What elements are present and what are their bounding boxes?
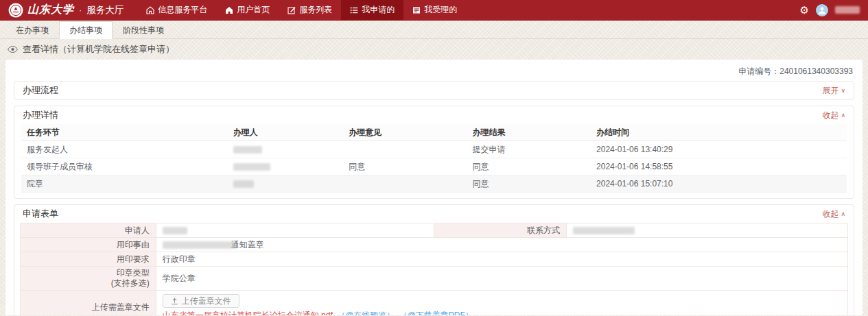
eye-icon: [8, 46, 18, 53]
nav-item-service-list[interactable]: 服务列表: [279, 0, 341, 21]
tab-staged[interactable]: 阶段性事项: [113, 21, 174, 39]
table-row: 领导班子成员审核 同意 同意 2024-01-06 14:58:55: [21, 158, 847, 175]
table-row: 服务发起人 提交申请 2024-01-06 13:40:29: [21, 141, 847, 158]
collapse-toggle[interactable]: 收起 ∧: [822, 208, 845, 219]
redacted-applicant-name: [163, 227, 187, 234]
upload-icon: [171, 297, 178, 305]
uploaded-file-line: 山东省第一届高校计算机院长论坛会议通知.pdf （@在线预览） （@下载盖章PD…: [163, 311, 841, 315]
seal-type-label-line2: (支持多选): [27, 278, 150, 289]
user-avatar[interactable]: [816, 4, 828, 16]
upload-file-value: 上传盖章文件 山东省第一届高校计算机院长论坛会议通知.pdf （@在线预览） （…: [156, 291, 847, 316]
cell-result: 同意: [467, 158, 591, 175]
nav-item-user-home[interactable]: 用户首页: [216, 0, 279, 21]
settings-gear-icon[interactable]: ⚙: [800, 5, 809, 15]
col-handler: 办理人: [228, 124, 343, 141]
redacted-reason-text: [163, 241, 237, 249]
page-title: 查看详情（计算机学院在线签章申请）: [23, 43, 174, 56]
collapse-toggle[interactable]: 收起 ∧: [822, 110, 845, 121]
upload-seal-file-button[interactable]: 上传盖章文件: [163, 294, 239, 308]
upload-button-label: 上传盖章文件: [182, 297, 231, 305]
cell-opinion: [343, 141, 467, 158]
seal-requirement-value: 行政印章: [156, 252, 847, 267]
status-tabbar: 在办事项 办结事项 阶段性事项: [0, 21, 868, 39]
nav-item-info-platform[interactable]: 信息服务平台: [137, 0, 216, 21]
seal-requirement-label: 用印要求: [21, 252, 156, 267]
nav-item-my-applications[interactable]: 我申请的: [341, 0, 403, 21]
seal-reason-label: 用印事由: [21, 238, 156, 252]
contact-value: [566, 223, 847, 238]
toggle-label: 收起: [822, 208, 838, 219]
nav-label: 我申请的: [362, 4, 395, 16]
cell-opinion: [343, 175, 467, 193]
seal-type-value: 学院公章: [156, 267, 847, 291]
tab-completed[interactable]: 办结事项: [59, 21, 113, 39]
online-preview-link[interactable]: （@在线预览）: [337, 311, 395, 315]
house-icon: [225, 6, 233, 14]
university-logo[interactable]: 山东大学 · 服务大厅: [8, 3, 124, 18]
application-number: 申请编号：2401061340303393: [14, 62, 854, 81]
cell-finish-time: 2024-01-06 13:40:29: [591, 141, 847, 158]
topbar-right-group: ⚙: [800, 4, 860, 16]
cell-finish-time: 2024-01-06 15:07:10: [591, 175, 847, 193]
home-icon: [146, 6, 154, 14]
form-row-seal-type: 印章类型 (支持多选) 学院公章: [21, 267, 848, 291]
expand-toggle[interactable]: 展开 ∨: [822, 85, 845, 96]
cell-task-step: 服务发起人: [21, 141, 228, 158]
redacted-handler-name: [233, 180, 254, 188]
form-row-applicant: 申请人 联系方式: [21, 223, 848, 238]
form-row-upload-file: 上传需盖章文件 上传盖章文件 山东省第一届高校计算机院长论坛会议通知.pdf （…: [21, 291, 848, 316]
applicant-value: [156, 223, 434, 238]
section-title: 办理详情: [23, 110, 58, 121]
detail-card: 申请编号：2401061340303393 办理流程 展开 ∨ 办理详情 收起 …: [5, 60, 863, 315]
form-row-seal-requirement: 用印要求 行政印章: [21, 252, 848, 267]
portal-name: 服务大厅: [86, 4, 124, 16]
table-row: 院章 同意 2024-01-06 15:07:10: [21, 175, 847, 193]
section-process-header: 办理流程 展开 ∨: [14, 82, 854, 99]
download-sealed-pdf-link[interactable]: （@下载盖章PDF）: [399, 311, 473, 315]
page-title-row: 查看详情（计算机学院在线签章申请）: [0, 39, 868, 60]
contact-label: 联系方式: [434, 223, 566, 238]
chevron-up-icon: ∧: [841, 112, 845, 119]
redacted-handler-name: [233, 146, 262, 154]
application-number-value: 2401061340303393: [779, 66, 853, 76]
seal-reason-value: 通知盖章: [156, 238, 847, 252]
cell-task-step: 院章: [21, 175, 228, 193]
uploaded-file-link[interactable]: 山东省第一届高校计算机院长论坛会议通知.pdf: [163, 311, 333, 315]
col-opinion: 办理意见: [343, 124, 467, 141]
process-detail-table: 任务环节 办理人 办理意见 办理结果 办结时间 服务发起人 提交申请 2024-…: [21, 124, 847, 193]
seal-type-label-line1: 印章类型: [27, 268, 150, 278]
top-navbar: 山东大学 · 服务大厅 信息服务平台 用户首页 服务列表: [0, 0, 868, 21]
section-process: 办理流程 展开 ∨: [14, 81, 854, 100]
cell-result: 提交申请: [467, 141, 591, 158]
cell-handler: [228, 141, 343, 158]
application-number-label: 申请编号：: [738, 66, 779, 76]
toggle-label: 收起: [822, 110, 838, 121]
cell-result: 同意: [467, 175, 591, 193]
list-alt-icon: [412, 6, 421, 14]
nav-label: 我受理的: [424, 4, 457, 16]
form-row-seal-reason: 用印事由 通知盖章: [21, 238, 848, 252]
section-application-form: 申请表单 收起 ∧ 申请人 联系方式 用印事由 通知盖章: [14, 204, 854, 315]
seal-type-label: 印章类型 (支持多选): [21, 267, 156, 291]
section-title: 办理流程: [23, 85, 58, 96]
applicant-label: 申请人: [21, 223, 156, 238]
section-detail-header: 办理详情 收起 ∧: [14, 106, 854, 124]
cell-handler: [228, 175, 343, 193]
nav-label: 信息服务平台: [158, 4, 207, 16]
section-title: 申请表单: [23, 208, 58, 219]
list-icon: [350, 6, 358, 14]
logo-separator: ·: [79, 5, 82, 15]
nav-item-my-handled[interactable]: 我受理的: [403, 0, 466, 21]
university-seal-icon: [8, 3, 23, 18]
col-finish-time: 办结时间: [591, 124, 847, 141]
chevron-up-icon: ∧: [841, 211, 845, 217]
col-result: 办理结果: [467, 124, 591, 141]
university-name: 山东大学: [27, 3, 74, 17]
chevron-down-icon: ∨: [841, 88, 845, 94]
nav-label: 用户首页: [237, 4, 270, 16]
tab-in-progress[interactable]: 在办事项: [5, 21, 59, 39]
section-form-header: 申请表单 收起 ∧: [14, 205, 854, 223]
nav-label: 服务列表: [299, 4, 332, 16]
cell-finish-time: 2024-01-06 14:58:55: [591, 158, 847, 175]
main-nav: 信息服务平台 用户首页 服务列表 我申请的: [137, 0, 466, 21]
